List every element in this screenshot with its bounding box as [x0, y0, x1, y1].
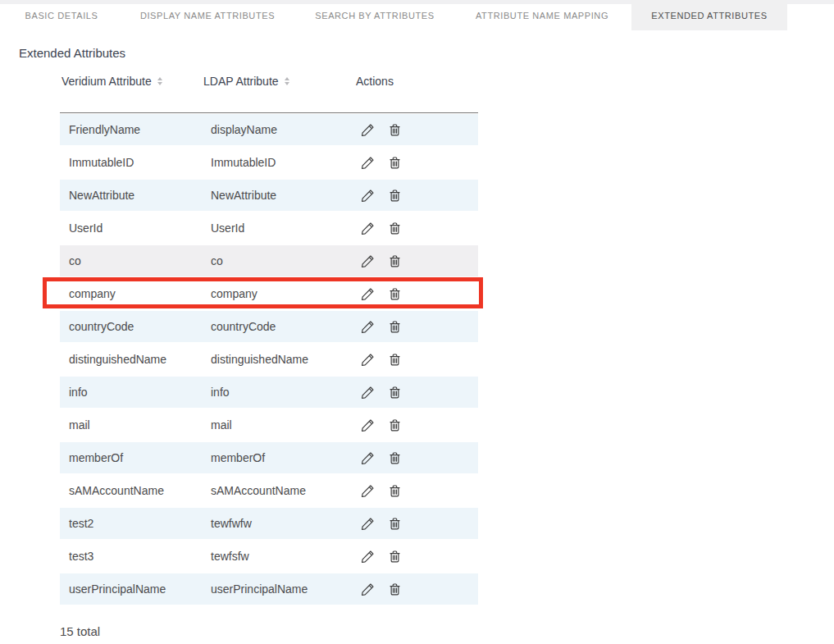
cell-actions — [354, 122, 478, 137]
edit-button[interactable] — [360, 319, 375, 334]
table-row: co co — [60, 244, 478, 277]
pencil-icon — [361, 484, 375, 498]
cell-actions — [354, 582, 478, 596]
column-header-label: Veridium Attribute — [62, 75, 152, 88]
cell-veridium-attribute: FriendlyName — [60, 123, 202, 136]
table-body: FriendlyName displayName — [60, 113, 478, 605]
table-row: memberOf memberOf — [60, 441, 478, 474]
table-row: sAMAccountName sAMAccountName — [60, 474, 478, 507]
cell-ldap-attribute: co — [202, 254, 354, 267]
column-header-actions: Actions — [354, 75, 478, 88]
cell-ldap-attribute: tewfwfw — [202, 517, 354, 530]
cell-ldap-attribute: info — [202, 386, 354, 399]
edit-button[interactable] — [360, 516, 375, 531]
edit-button[interactable] — [360, 188, 375, 203]
edit-button[interactable] — [360, 221, 375, 235]
pencil-icon — [361, 156, 375, 170]
trash-icon — [388, 189, 402, 203]
tab-display-name-attributes[interactable]: DISPLAY NAME ATTRIBUTES — [131, 0, 284, 30]
pencil-icon — [361, 189, 375, 203]
delete-button[interactable] — [387, 221, 402, 235]
cell-veridium-attribute: info — [60, 386, 202, 399]
delete-button[interactable] — [387, 253, 402, 268]
delete-button[interactable] — [387, 483, 402, 498]
trash-icon — [388, 418, 402, 432]
delete-button[interactable] — [387, 352, 402, 367]
delete-button[interactable] — [387, 582, 402, 596]
edit-button[interactable] — [360, 286, 375, 301]
tab-bar: BASIC DETAILS DISPLAY NAME ATTRIBUTES SE… — [0, 0, 834, 30]
delete-button[interactable] — [387, 155, 402, 170]
table-row: FriendlyName displayName — [60, 113, 478, 146]
cell-actions — [354, 155, 478, 170]
edit-button[interactable] — [360, 483, 375, 498]
cell-actions — [354, 450, 478, 465]
edit-button[interactable] — [360, 352, 375, 367]
edit-button[interactable] — [360, 418, 375, 432]
trash-icon — [388, 222, 402, 235]
pencil-icon — [361, 386, 375, 400]
table-row: userPrincipalName userPrincipalName — [60, 573, 478, 605]
table-row: company company — [60, 277, 478, 310]
cell-veridium-attribute: test2 — [60, 517, 202, 530]
edit-button[interactable] — [360, 450, 375, 465]
cell-actions — [354, 319, 478, 334]
delete-button[interactable] — [387, 286, 402, 301]
edit-button[interactable] — [360, 582, 375, 596]
cell-ldap-attribute: sAMAccountName — [202, 484, 354, 497]
cell-actions — [354, 483, 478, 498]
tab-extended-attributes[interactable]: EXTENDED ATTRIBUTES — [631, 0, 787, 30]
column-header-veridium-attribute[interactable]: Veridium Attribute — [60, 75, 202, 88]
column-header-label: LDAP Attribute — [203, 75, 279, 88]
trash-icon — [388, 386, 402, 400]
cell-ldap-attribute: company — [202, 287, 354, 300]
delete-button[interactable] — [387, 319, 402, 334]
trash-icon — [388, 123, 402, 137]
delete-button[interactable] — [387, 549, 402, 564]
trash-icon — [388, 320, 402, 334]
cell-ldap-attribute: mail — [202, 418, 354, 432]
cell-actions — [354, 221, 478, 235]
table-row: test2 tewfwfw — [60, 507, 478, 540]
cell-veridium-attribute: countryCode — [60, 320, 202, 333]
table-row: info info — [60, 376, 478, 409]
cell-veridium-attribute: UserId — [60, 222, 202, 235]
edit-button[interactable] — [360, 122, 375, 137]
delete-button[interactable] — [387, 122, 402, 137]
table-header-row: Veridium Attribute LDAP Attribute Action… — [60, 72, 478, 90]
delete-button[interactable] — [387, 385, 402, 400]
delete-button[interactable] — [387, 188, 402, 203]
pencil-icon — [361, 418, 375, 432]
trash-icon — [388, 353, 402, 367]
cell-actions — [354, 516, 478, 531]
cell-ldap-attribute: NewAttribute — [202, 189, 354, 202]
cell-actions — [354, 352, 478, 367]
cell-veridium-attribute: sAMAccountName — [60, 484, 202, 497]
cell-veridium-attribute: mail — [60, 418, 202, 432]
cell-veridium-attribute: NewAttribute — [60, 189, 202, 202]
cell-ldap-attribute: displayName — [202, 123, 354, 136]
tab-basic-details[interactable]: BASIC DETAILS — [8, 0, 115, 30]
cell-actions — [354, 253, 478, 268]
edit-button[interactable] — [360, 549, 375, 564]
cell-ldap-attribute: userPrincipalName — [202, 582, 354, 596]
table-row: NewAttribute NewAttribute — [60, 179, 478, 212]
sort-icon[interactable] — [285, 77, 289, 85]
tab-search-by-attributes[interactable]: SEARCH BY ATTRIBUTES — [307, 0, 443, 30]
pencil-icon — [361, 222, 375, 235]
sort-icon[interactable] — [157, 77, 162, 85]
delete-button[interactable] — [387, 418, 402, 432]
edit-button[interactable] — [360, 253, 375, 268]
tab-attribute-name-mapping[interactable]: ATTRIBUTE NAME MAPPING — [467, 0, 617, 30]
delete-button[interactable] — [387, 450, 402, 465]
trash-icon — [388, 156, 402, 170]
column-header-ldap-attribute[interactable]: LDAP Attribute — [202, 75, 354, 88]
page-title: Extended Attributes — [19, 44, 834, 62]
cell-veridium-attribute: test3 — [60, 550, 202, 563]
cell-veridium-attribute: userPrincipalName — [60, 582, 202, 596]
delete-button[interactable] — [387, 516, 402, 531]
cell-ldap-attribute: UserId — [202, 222, 354, 235]
cell-actions — [354, 549, 478, 564]
edit-button[interactable] — [360, 155, 375, 170]
edit-button[interactable] — [360, 385, 375, 400]
